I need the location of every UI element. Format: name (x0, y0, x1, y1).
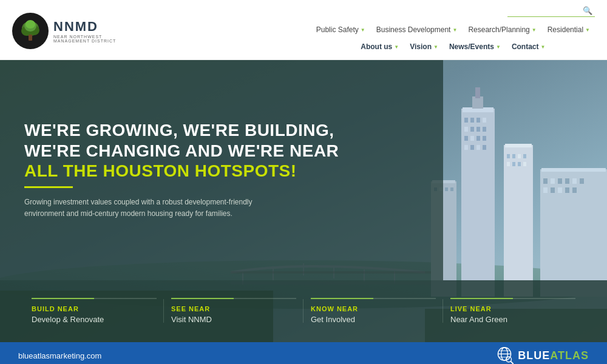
hero-underline (24, 186, 73, 188)
logo-circle (12, 13, 49, 49)
svg-rect-14 (475, 87, 480, 98)
svg-rect-51 (558, 187, 562, 193)
chevron-down-icon: ▼ (452, 27, 457, 33)
hero-card-see[interactable]: SEE NEAR Visit NNMD (164, 293, 304, 329)
svg-rect-26 (483, 136, 486, 141)
svg-rect-22 (483, 127, 486, 132)
card-know-label: Get Involved (311, 315, 436, 324)
card-divider (311, 298, 436, 299)
svg-rect-42 (541, 168, 606, 172)
svg-rect-27 (464, 145, 468, 150)
card-divider (32, 298, 157, 299)
svg-rect-46 (565, 178, 569, 184)
svg-rect-36 (523, 154, 526, 158)
nav-vision[interactable]: Vision ▼ (405, 40, 443, 53)
card-build-title: BUILD NEAR (32, 305, 157, 312)
chevron-down-icon: ▼ (496, 44, 501, 50)
footer-url: blueatlasmarketing.com (18, 351, 101, 360)
svg-rect-40 (523, 162, 526, 166)
svg-rect-24 (470, 136, 474, 141)
svg-rect-25 (476, 136, 480, 141)
svg-rect-35 (518, 154, 521, 158)
svg-rect-48 (580, 178, 584, 184)
svg-rect-32 (505, 144, 532, 147)
card-build-label: Develop & Renovate (32, 315, 157, 324)
nav-news-events[interactable]: News/Events ▼ (444, 40, 506, 53)
svg-rect-28 (470, 145, 474, 150)
card-see-label: Visit NNMD (171, 315, 296, 324)
svg-rect-31 (504, 145, 533, 297)
search-bar[interactable]: 🔍 (507, 5, 595, 17)
nav-residential[interactable]: Residential ▼ (543, 23, 595, 36)
svg-rect-47 (572, 178, 577, 184)
chevron-down-icon: ▼ (361, 27, 365, 33)
logo-area: NNMD NEAR NORTHWESTMANAGEMENT DISTRICT (12, 13, 116, 49)
header-top: NNMD NEAR NORTHWESTMANAGEMENT DISTRICT 🔍… (12, 0, 595, 59)
nav-top-area: 🔍 Public Safety ▼ Business Development ▼… (311, 5, 595, 57)
nav-public-safety[interactable]: Public Safety ▼ (311, 23, 370, 36)
hero-card-build[interactable]: BUILD NEAR Develop & Renovate (24, 293, 164, 329)
hero-content: WE'RE GROWING, WE'RE BUILDING, WE'RE CHA… (0, 60, 443, 280)
svg-rect-33 (507, 154, 510, 158)
nav-top-row: Public Safety ▼ Business Development ▼ R… (311, 23, 595, 36)
svg-rect-52 (565, 187, 569, 193)
svg-rect-43 (543, 178, 548, 184)
svg-rect-50 (551, 187, 555, 193)
svg-rect-17 (476, 118, 480, 123)
svg-rect-37 (507, 162, 510, 166)
svg-rect-20 (470, 127, 474, 132)
svg-rect-53 (572, 187, 577, 193)
chevron-down-icon: ▼ (532, 27, 537, 33)
svg-rect-30 (483, 145, 486, 150)
svg-line-74 (511, 361, 514, 363)
svg-rect-49 (543, 187, 548, 193)
footer: blueatlasmarketing.com BLUEATLAS (0, 342, 607, 364)
hero-bottom-cards: BUILD NEAR Develop & Renovate SEE NEAR V… (0, 280, 607, 342)
card-know-title: KNOW NEAR (311, 305, 436, 312)
chevron-down-icon: ▼ (585, 27, 590, 33)
nav-bottom-row: About us ▼ Vision ▼ News/Events ▼ Contac… (356, 39, 550, 57)
header: NNMD NEAR NORTHWESTMANAGEMENT DISTRICT 🔍… (0, 0, 607, 60)
svg-rect-23 (464, 136, 468, 141)
hero-title: WE'RE GROWING, WE'RE BUILDING, WE'RE CHA… (24, 120, 419, 181)
hero-card-live[interactable]: LIVE NEAR Near And Green (443, 293, 583, 329)
hero-section: WE'RE GROWING, WE'RE BUILDING, WE'RE CHA… (0, 60, 607, 342)
logo-text: NNMD NEAR NORTHWESTMANAGEMENT DISTRICT (53, 19, 116, 43)
svg-rect-21 (476, 127, 480, 132)
card-divider (171, 298, 296, 299)
card-live-label: Near And Green (450, 315, 575, 324)
svg-rect-39 (518, 162, 521, 166)
svg-rect-45 (558, 178, 562, 184)
svg-rect-16 (470, 118, 474, 123)
svg-rect-29 (476, 145, 480, 150)
logo-abbrev: NNMD (53, 19, 116, 35)
footer-logo: BLUEATLAS (495, 346, 589, 365)
footer-logo-text: BLUEATLAS (518, 349, 589, 362)
blue-atlas-logo-icon (495, 346, 514, 365)
svg-rect-44 (551, 178, 555, 184)
logo-tree-icon (15, 15, 46, 47)
svg-rect-18 (483, 118, 486, 123)
logo-subtitle: NEAR NORTHWESTMANAGEMENT DISTRICT (53, 35, 116, 43)
chevron-down-icon: ▼ (394, 44, 399, 50)
nav-research-planning[interactable]: Research/Planning ▼ (463, 23, 541, 36)
svg-rect-59 (450, 187, 453, 191)
svg-rect-5 (29, 35, 32, 41)
chevron-down-icon: ▼ (541, 44, 546, 50)
card-divider (450, 298, 575, 299)
svg-rect-58 (445, 187, 448, 191)
chevron-down-icon: ▼ (433, 44, 438, 50)
card-see-title: SEE NEAR (171, 305, 296, 312)
svg-rect-38 (512, 162, 515, 166)
nav-contact[interactable]: Contact ▼ (507, 40, 551, 53)
svg-rect-19 (464, 127, 468, 132)
nav-about-us[interactable]: About us ▼ (356, 40, 404, 53)
svg-point-6 (25, 20, 35, 29)
hero-card-know[interactable]: KNOW NEAR Get Involved (304, 293, 443, 329)
hero-cards-container: BUILD NEAR Develop & Renovate SEE NEAR V… (0, 280, 607, 342)
card-live-title: LIVE NEAR (450, 305, 575, 312)
nav-business-development[interactable]: Business Development ▼ (371, 23, 463, 36)
hero-description: Growing investment values coupled with a… (24, 197, 255, 220)
search-input[interactable] (510, 7, 583, 15)
search-icon[interactable]: 🔍 (583, 6, 592, 15)
